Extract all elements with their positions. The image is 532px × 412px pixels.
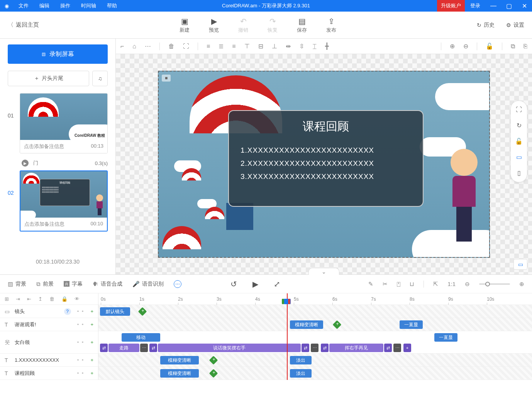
center-v-icon[interactable]: ╋ (325, 43, 329, 50)
zoom-out-tl-icon[interactable]: ⊖ (465, 281, 470, 288)
preview-button[interactable]: ▶预览 (209, 17, 219, 34)
new-button[interactable]: ▣新建 (180, 17, 190, 34)
minimize-button[interactable]: — (486, 2, 501, 9)
more-h-icon[interactable]: ⋯ (145, 43, 151, 50)
login-button[interactable]: 登录 (465, 2, 486, 9)
save-button[interactable]: ▤保存 (297, 17, 307, 34)
character-graphic[interactable] (443, 149, 485, 249)
home-icon[interactable]: ⌂ (132, 43, 136, 50)
align-top-icon[interactable]: ⊤ (244, 43, 250, 50)
edit-icon[interactable]: ✎ (368, 281, 373, 288)
clip-wave-bye[interactable]: 挥右手再见 (329, 344, 383, 352)
track-row[interactable]: 默认镜头 (98, 305, 532, 318)
filter-icon[interactable]: ⍞ (397, 281, 400, 287)
slide-item-2[interactable]: 02 课程回顾 XXXXXXXXXXXXXXXXXXXXXXXXXXXXXXXX… (8, 170, 108, 232)
clip-talk-smile-wave[interactable]: 说话微笑摆右手 (158, 344, 301, 352)
record-screen-button[interactable]: ⧇ 录制屏幕 (8, 44, 108, 64)
expand-icon[interactable]: ⤢ (274, 279, 280, 289)
menu-timeline[interactable]: 时间轴 (76, 0, 102, 12)
seg-cap-icon[interactable]: ⇄ (149, 344, 157, 352)
upgrade-button[interactable]: 升级账户 (437, 0, 465, 12)
clip-blur-to-clear[interactable]: 模糊变清晰 (290, 320, 323, 329)
keyframe-add[interactable] (138, 307, 147, 316)
settings-button[interactable]: ⚙设置 (506, 22, 524, 29)
back-home-button[interactable]: 〈 返回主页 (8, 21, 39, 29)
eye-icon[interactable]: 👁 (75, 296, 80, 302)
tab-subtitle[interactable]: 🅰字幕 (64, 281, 83, 288)
seg-cap-icon[interactable]: ⇄ (384, 344, 392, 352)
clip-blur-to-clear[interactable]: 模糊变清晰 (160, 356, 199, 364)
clip-blur-to-clear[interactable]: 模糊变清晰 (160, 369, 199, 378)
track-row-character[interactable]: 移动 一直显 ⇄ 走路 ⋯ ⇄ 说话微笑摆右手 ⇄ ⋯ ⇄ 挥右手再见 ⇄ ⋯ … (98, 331, 532, 354)
tab-background[interactable]: ▨背景 (8, 281, 26, 288)
fit-icon[interactable]: ⇱ (433, 281, 438, 288)
help-icon[interactable]: ? (64, 308, 71, 315)
text-panel[interactable]: 课程回顾 1.XXXXXXXXXXXXXXXXXXXXXXXX 2.XXXXXX… (228, 110, 424, 207)
lock-icon[interactable]: 🔓 (486, 43, 493, 50)
magnet-icon[interactable]: ⊔ (410, 281, 414, 288)
collapse-handle[interactable]: ⌄ (308, 268, 339, 275)
menu-action[interactable]: 操作 (55, 0, 76, 12)
zoom-out-icon[interactable]: ⊖ (463, 43, 468, 50)
menu-file[interactable]: 文件 (13, 0, 34, 12)
seg-add-icon[interactable]: + (403, 344, 411, 352)
clip-always-show[interactable]: 一直显 (400, 320, 423, 329)
align-right-icon[interactable]: ≡ (232, 43, 236, 50)
play-transition-icon[interactable]: ▶ (22, 160, 29, 167)
time-ruler[interactable]: 0s 1s 2s 3s 4s 5s 6s 7s 8s 9s 10s (98, 293, 532, 305)
seg-cap-icon[interactable]: ⇄ (302, 344, 309, 352)
stage[interactable]: ■ 课程回顾 1.XXXXXXXXXXXXXXXXXXXXXXXX 2.XXXX… (158, 71, 490, 258)
rewind-icon[interactable]: ↺ (230, 279, 237, 289)
keyframe-add[interactable] (333, 320, 342, 329)
track-row[interactable]: 模糊变清晰 淡出 (98, 354, 532, 367)
clip-walk[interactable]: 走路 (108, 344, 139, 352)
zoom-in-icon[interactable]: ⊕ (450, 43, 455, 50)
align-bottom-icon[interactable]: ⊥ (272, 43, 277, 50)
history-button[interactable]: ↻历史 (477, 22, 495, 29)
clip-fade-out[interactable]: 淡出 (290, 356, 312, 364)
publish-button[interactable]: ⇪发布 (326, 17, 336, 34)
ruler-icon[interactable]: ⌐ (120, 43, 124, 50)
scale-11-icon[interactable]: 1:1 (447, 281, 456, 287)
menu-help[interactable]: 帮助 (102, 0, 122, 12)
trash-track-icon[interactable]: 🗑 (49, 296, 54, 302)
seg-menu-icon[interactable]: ⋯ (140, 344, 148, 352)
clip-fade-out[interactable]: 淡出 (290, 369, 312, 378)
play-timeline-icon[interactable]: ▶ (252, 279, 258, 289)
tab-tts[interactable]: 🗣语音合成 (93, 281, 122, 288)
playhead[interactable] (287, 293, 288, 380)
tab-foreground[interactable]: ⧉前景 (36, 281, 54, 288)
music-button[interactable]: ♫ (92, 71, 108, 86)
cut-icon[interactable]: ✂ (383, 281, 388, 288)
export-icon[interactable]: ⇤ (27, 296, 31, 302)
tab-more[interactable]: ⋯ (174, 280, 181, 288)
track-character[interactable]: 웃女白领• •+ (0, 331, 98, 354)
clip-default-camera[interactable]: 默认镜头 (100, 307, 130, 316)
close-button[interactable]: ✕ (517, 2, 532, 10)
track-row[interactable]: 模糊变清晰 一直显 (98, 318, 532, 331)
track-text-2[interactable]: T1.XXXXXXXXXXXX• •+ (0, 354, 98, 367)
seg-menu-icon[interactable]: ⋯ (393, 344, 401, 352)
seg-cap-icon[interactable]: ⇄ (321, 344, 329, 352)
mobile-view-icon[interactable]: ▯ (517, 169, 521, 177)
desktop-view-icon[interactable]: ▭ (516, 153, 522, 161)
add-track-icon[interactable]: ⊞ (5, 296, 9, 302)
transition-row[interactable]: ▶ 门 0.3(s) (8, 158, 108, 170)
trash-icon[interactable]: 🗑 (168, 43, 175, 50)
seg-menu-icon[interactable]: ⋯ (311, 344, 319, 352)
redo-button[interactable]: ↷恢复 (268, 17, 278, 34)
zoom-slider[interactable] (479, 283, 510, 285)
clip-always-show[interactable]: 一直显 (434, 333, 457, 342)
aspect-button[interactable]: ▭ (513, 259, 527, 270)
paste-icon[interactable]: ⎘ (524, 43, 527, 50)
track-text-3[interactable]: T课程回顾• •+ (0, 367, 98, 380)
track-text-1[interactable]: T谢谢观看!• •+ (0, 318, 98, 331)
center-h-icon[interactable]: ⌶ (313, 43, 317, 50)
focus-icon[interactable]: ⛶ (183, 43, 189, 50)
align-left-icon[interactable]: ≡ (207, 43, 210, 50)
track-row[interactable]: 模糊变清晰 淡出 (98, 367, 532, 380)
zoom-in-tl-icon[interactable]: ⊕ (519, 281, 524, 288)
slide-item-1[interactable]: 01 CorelDRAW 教程 点击添加备注信息00:13 (8, 93, 108, 153)
dist-h-icon[interactable]: ⇹ (286, 43, 291, 50)
lock-track-icon[interactable]: 🔒 (61, 296, 68, 302)
